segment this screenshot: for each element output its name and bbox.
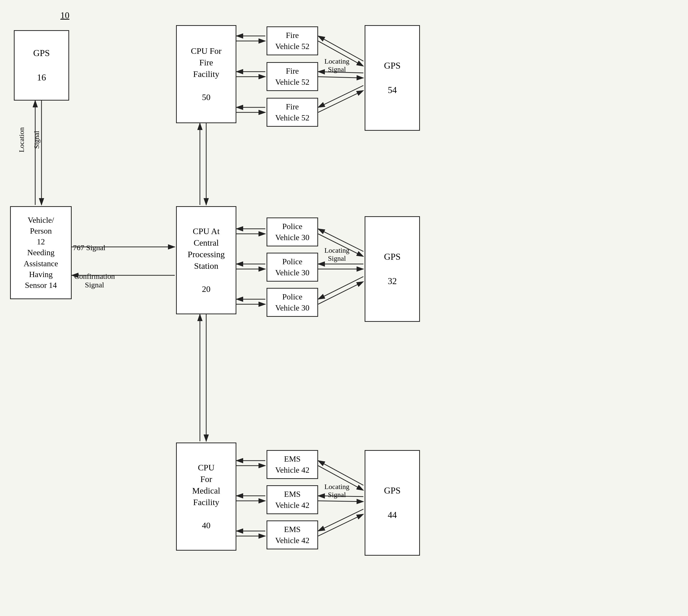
svg-line-44	[318, 514, 363, 536]
police-vehicle-2-box: PoliceVehicle 30	[267, 253, 318, 282]
cpu-medical-box: CPUForMedicalFacility40	[176, 442, 236, 551]
signal-767-label: 767 Signal	[73, 243, 105, 252]
ems-vehicle-1-box: EMSVehicle 42	[267, 450, 318, 479]
cpu-central-label: CPU AtCentralProcessingStation20	[187, 225, 225, 295]
signal-left-label: Signal	[33, 131, 41, 149]
svg-line-42	[318, 501, 363, 502]
gps-54-box: GPS54	[364, 25, 420, 131]
police-vehicle-1-box: PoliceVehicle 30	[267, 218, 318, 246]
ems-vehicle-3-box: EMSVehicle 42	[267, 521, 318, 549]
diagram-arrows	[0, 0, 688, 616]
svg-line-33	[318, 86, 363, 107]
page-number: 10	[60, 10, 69, 21]
cpu-medical-label: CPUForMedicalFacility40	[192, 462, 220, 531]
location-label: Location	[18, 127, 26, 152]
svg-line-39	[318, 277, 363, 299]
svg-line-32	[318, 90, 363, 112]
fire-vehicle-1-box: FireVehicle 52	[267, 26, 318, 55]
fire-vehicle-3-box: FireVehicle 52	[267, 98, 318, 127]
cpu-central-box: CPU AtCentralProcessingStation20	[176, 206, 236, 314]
confirmation-signal-label: ConfirmationSignal	[74, 272, 115, 289]
vehicle-person-label: Vehicle/Person12NeedingAssistanceHavingS…	[24, 215, 58, 291]
svg-line-41	[318, 461, 363, 485]
gps-16-label: GPS16	[33, 47, 50, 84]
locating-signal-ems-label: LocatingSignal	[325, 483, 350, 499]
svg-line-45	[318, 509, 363, 531]
gps-32-box: GPS32	[364, 216, 420, 322]
cpu-fire-box: CPU ForFireFacility50	[176, 25, 236, 123]
police-vehicle-3-box: PoliceVehicle 30	[267, 288, 318, 317]
svg-line-38	[318, 282, 363, 304]
gps-16-box: GPS16	[14, 30, 69, 101]
fire-vehicle-2-box: FireVehicle 52	[267, 62, 318, 91]
ems-vehicle-2-box: EMSVehicle 42	[267, 485, 318, 514]
locating-signal-fire-label: LocatingSignal	[325, 57, 350, 73]
cpu-fire-label: CPU ForFireFacility50	[191, 45, 222, 103]
gps-44-box: GPS44	[364, 450, 420, 556]
svg-line-30	[318, 77, 363, 78]
locating-signal-police-label: LocatingSignal	[325, 246, 350, 263]
vehicle-person-box: Vehicle/Person12NeedingAssistanceHavingS…	[10, 206, 72, 299]
